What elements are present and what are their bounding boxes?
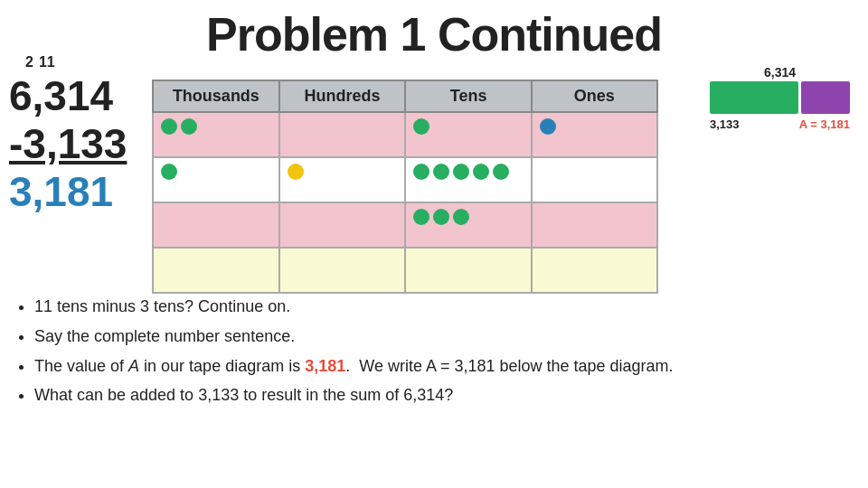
- bullet-2: Say the complete number sentence.: [34, 324, 732, 350]
- cell-ones-r2: [532, 157, 657, 202]
- dot: [433, 209, 449, 225]
- cell-hundreds-r3: [279, 202, 406, 248]
- cell-thousands-r3: [153, 202, 279, 248]
- bullet-3: The value of A in our tape diagram is 3,…: [34, 353, 732, 380]
- tape-green-bar: [710, 81, 798, 114]
- page-title: Problem 1 Continued: [0, 0, 868, 61]
- dot: [493, 164, 509, 180]
- superscript-2: 2: [25, 54, 33, 70]
- cell-ones-r1: [532, 112, 657, 157]
- dot: [540, 118, 556, 135]
- cell-tens-r1: [405, 112, 531, 157]
- math-section: 2 11 6,314 -3,133 3,181: [9, 54, 127, 216]
- dot: [453, 209, 469, 225]
- cell-hundreds-r4: [279, 248, 406, 293]
- dot: [413, 164, 429, 180]
- tape-top-label: 6,314: [710, 65, 850, 80]
- place-value-table: Thousands Hundreds Tens Ones: [152, 80, 658, 294]
- cell-tens-r4: [405, 248, 531, 293]
- header-thousands: Thousands: [153, 80, 279, 112]
- tape-purple-bar: [801, 81, 850, 114]
- dot: [161, 118, 177, 135]
- table-row: [153, 202, 657, 248]
- bullets-section: 11 tens minus 3 tens? Continue on. Say t…: [9, 294, 732, 412]
- dot: [413, 118, 429, 135]
- table-row: [153, 112, 657, 157]
- cell-hundreds-r1: [279, 112, 406, 157]
- number-minus-3133: -3,133: [9, 120, 127, 168]
- superscripts: 2 11: [25, 54, 127, 70]
- tape-label-a: A = 3,181: [799, 117, 850, 131]
- cell-hundreds-r2: [279, 157, 406, 202]
- header-ones: Ones: [532, 80, 657, 112]
- bullet-1: 11 tens minus 3 tens? Continue on.: [34, 294, 732, 320]
- cell-thousands-r4: [153, 248, 279, 293]
- dot: [288, 164, 304, 180]
- header-hundreds: Hundreds: [279, 80, 406, 112]
- tape-bottom-labels: 3,133 A = 3,181: [710, 117, 850, 131]
- dot: [181, 118, 197, 135]
- number-3181: 3,181: [9, 168, 127, 216]
- table-row: [153, 248, 657, 293]
- table-row: [153, 157, 657, 202]
- dot: [473, 164, 489, 180]
- math-numbers: 6,314 -3,133 3,181: [9, 72, 127, 216]
- tape-diagram: 6,314 3,133 A = 3,181: [710, 65, 850, 131]
- cell-ones-r4: [532, 248, 657, 293]
- dot: [453, 164, 469, 180]
- cell-tens-r3: [405, 202, 531, 248]
- cell-tens-r2: [405, 157, 531, 202]
- tape-label-3133: 3,133: [710, 117, 740, 131]
- dot: [413, 209, 429, 225]
- dot: [433, 164, 449, 180]
- bullet-4: What can be added to 3,133 to result in …: [34, 382, 732, 408]
- dot: [161, 164, 177, 180]
- tape-bar: [710, 81, 850, 114]
- cell-thousands-r2: [153, 157, 279, 202]
- cell-thousands-r1: [153, 112, 279, 157]
- cell-ones-r3: [532, 202, 657, 248]
- header-tens: Tens: [405, 80, 531, 112]
- number-6314: 6,314: [9, 72, 127, 120]
- superscript-11: 11: [39, 54, 55, 70]
